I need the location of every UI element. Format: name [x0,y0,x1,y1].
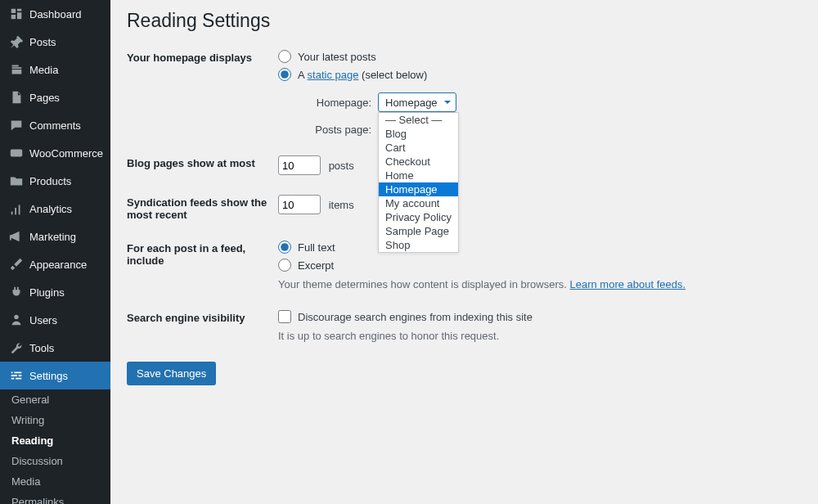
svg-rect-0 [11,150,22,157]
dropdown-option[interactable]: Cart [379,141,458,155]
learn-more-feeds-link[interactable]: Learn more about feeds. [569,278,685,290]
radio-full-text-label: Full text [298,241,335,254]
sidebar-label: Tools [29,342,54,354]
sub-item-permalinks[interactable]: Permalinks [0,492,110,504]
sidebar-item-analytics[interactable]: Analytics [0,195,110,223]
dropdown-option[interactable]: Blog [379,127,458,141]
admin-sidebar: Dashboard Posts Media Pages Comments Woo… [0,0,110,504]
sidebar-item-media[interactable]: Media [0,56,110,83]
megaphone-icon [8,228,25,245]
sidebar-label: Pages [29,92,60,104]
homepage-select[interactable]: Homepage [378,92,456,112]
sidebar-label: Analytics [29,203,72,215]
static-page-link[interactable]: static page [308,69,359,81]
radio-latest-posts-label: Your latest posts [298,51,376,63]
blog-pages-label: Blog pages show at most [127,155,278,175]
dropdown-option[interactable]: Privacy Policy [379,210,458,224]
media-icon [8,61,25,78]
radio-excerpt-input[interactable] [278,259,291,272]
discourage-checkbox-label: Discourage search engines from indexing … [298,311,533,323]
sub-item-reading[interactable]: Reading [0,430,110,451]
dropdown-option-selected[interactable]: Homepage [379,182,458,196]
sidebar-label: Media [29,64,58,76]
search-engine-label: Search engine visibility [127,310,278,342]
sidebar-item-appearance[interactable]: Appearance [0,250,110,278]
sidebar-item-products[interactable]: Products [0,167,110,195]
user-icon [8,312,25,328]
sidebar-label: Appearance [29,259,87,271]
sub-item-discussion[interactable]: Discussion [0,451,110,471]
sidebar-item-plugins[interactable]: Plugins [0,278,110,306]
dropdown-option[interactable]: Home [379,169,458,182]
sidebar-label: WooCommerce [29,147,103,160]
radio-static-page[interactable]: A static page (select below) [278,68,802,81]
blog-pages-suffix: posts [329,160,354,172]
sub-item-general[interactable]: General [0,389,110,410]
homepage-select-label: Homepage: [298,97,371,109]
brush-icon [8,256,25,272]
sidebar-item-posts[interactable]: Posts [0,28,110,56]
page-icon [8,89,25,106]
radio-excerpt-label: Excerpt [298,259,334,272]
sidebar-item-comments[interactable]: Comments [0,111,110,139]
sidebar-item-tools[interactable]: Tools [0,334,110,362]
sidebar-item-users[interactable]: Users [0,306,110,334]
sidebar-item-marketing[interactable]: Marketing [0,223,110,250]
dashboard-icon [8,6,25,22]
dropdown-option[interactable]: Shop [379,238,458,252]
woo-icon [8,145,25,161]
sidebar-item-dashboard[interactable]: Dashboard [0,0,110,28]
posts-page-select-label: Posts page: [298,124,371,136]
dropdown-option[interactable]: My account [379,196,458,210]
dropdown-option[interactable]: — Select — [379,113,458,127]
feed-desc: Your theme determines how content is dis… [278,278,802,290]
sidebar-label: Settings [29,370,68,382]
discourage-checkbox[interactable] [278,310,291,323]
sidebar-label: Dashboard [29,8,82,20]
folder-icon [8,173,25,189]
sidebar-label: Products [29,175,71,187]
sidebar-item-settings[interactable]: Settings [0,362,110,389]
radio-latest-posts[interactable]: Your latest posts [278,50,802,63]
comment-icon [8,117,25,133]
radio-full-text-input[interactable] [278,241,291,254]
sliders-icon [8,367,25,384]
search-engine-desc: It is up to search engines to honor this… [278,330,802,342]
radio-excerpt[interactable]: Excerpt [278,259,802,272]
discourage-checkbox-row[interactable]: Discourage search engines from indexing … [278,310,802,323]
homepage-displays-label: Your homepage displays [127,50,278,136]
sidebar-item-woocommerce[interactable]: WooCommerce [0,139,110,167]
radio-static-page-input[interactable] [278,68,291,81]
sidebar-label: Users [29,314,57,326]
syndication-input[interactable] [278,195,321,214]
radio-latest-posts-input[interactable] [278,50,291,63]
feed-include-label: For each post in a feed, include [127,241,278,290]
main-content: Reading Settings Your homepage displays … [110,0,818,504]
sidebar-label: Plugins [29,286,65,299]
syndication-label: Syndication feeds show the most recent [127,195,278,221]
radio-full-text[interactable]: Full text [278,241,802,254]
save-changes-button[interactable]: Save Changes [127,362,216,385]
sub-item-writing[interactable]: Writing [0,410,110,430]
sidebar-label: Comments [29,119,81,132]
dropdown-option[interactable]: Sample Page [379,224,458,238]
sidebar-label: Posts [29,36,56,48]
wrench-icon [8,340,25,356]
page-title: Reading Settings [127,10,802,32]
syndication-suffix: items [329,199,354,211]
sidebar-item-pages[interactable]: Pages [0,83,110,111]
chart-icon [8,200,25,217]
plug-icon [8,284,25,300]
homepage-dropdown: — Select — Blog Cart Checkout Home Homep… [378,112,459,253]
dropdown-option[interactable]: Checkout [379,155,458,169]
sidebar-label: Marketing [29,231,76,243]
blog-pages-input[interactable] [278,155,321,175]
svg-point-1 [14,315,18,319]
pin-icon [8,34,25,50]
radio-static-page-label: A static page (select below) [298,69,427,81]
sub-item-media[interactable]: Media [0,471,110,492]
